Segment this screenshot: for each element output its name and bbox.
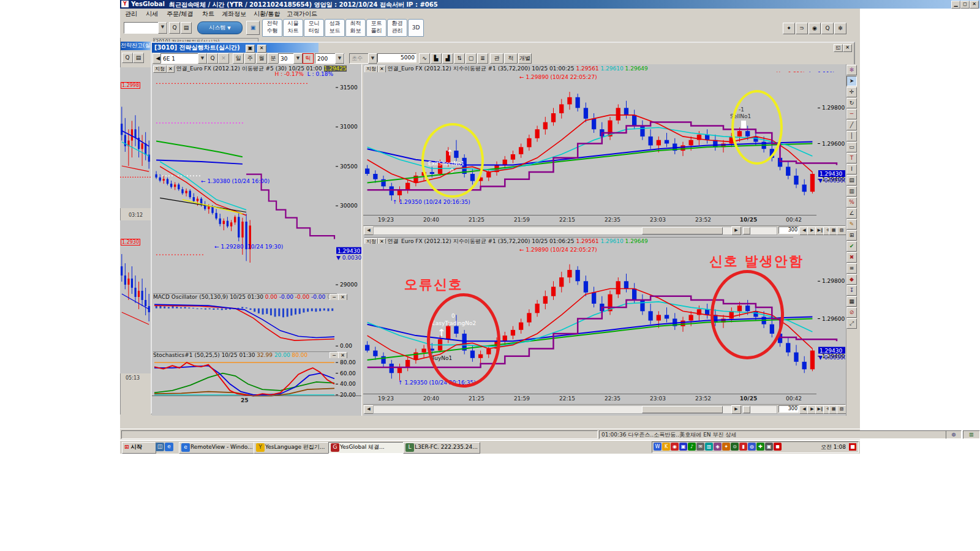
system-combo[interactable]: 시스템 ▼ (197, 21, 243, 34)
day-button[interactable]: 일 (233, 53, 244, 64)
symbol-quick-combo[interactable]: ▼ (124, 22, 168, 34)
tray-icon-1[interactable]: K (662, 443, 670, 451)
tray-alert-icon[interactable]: ■ (849, 443, 856, 451)
interval-combo[interactable]: 30▼ (278, 53, 303, 64)
menu-item-manage[interactable]: 관리 (125, 10, 137, 18)
disable-icon[interactable]: ⊘ (846, 307, 857, 318)
tray-icon-10[interactable]: ▮ (739, 443, 747, 451)
scroll-thumb[interactable] (642, 227, 723, 234)
zoom-slider-thumb[interactable] (743, 406, 750, 413)
channel-tool-icon[interactable]: ▥ (846, 186, 857, 197)
chart-option-button[interactable]: 적 (504, 53, 518, 64)
left-price-chart[interactable]: 31500310003050030000290001.29430▼ 0.0030… (154, 80, 363, 293)
bar-count-field[interactable]: 5000 (377, 53, 417, 62)
menu-item-quotes[interactable]: 시세 (146, 10, 158, 18)
chart-tool-icon[interactable]: ⇅ (454, 53, 465, 64)
scroll-left-icon[interactable]: ◀ (364, 405, 374, 414)
menu-item-market[interactable]: 시황/통합 (254, 10, 280, 18)
symbol-clear-button[interactable]: ✕ (218, 53, 229, 64)
maximize-button[interactable]: ◻ (960, 1, 970, 9)
refresh-icon[interactable]: ↻ (846, 98, 857, 108)
toolbar-tab-simulation[interactable]: 시뮬차트 (283, 19, 304, 37)
month-button[interactable]: 월 (256, 53, 267, 64)
crosshair-tool-icon[interactable]: ✛ (846, 87, 857, 97)
lock-icon[interactable]: ◉ (809, 23, 821, 34)
internet-explorer-icon[interactable]: e (165, 443, 173, 451)
table-icon[interactable]: ▦ (846, 296, 857, 307)
week-button[interactable]: 주 (244, 53, 255, 64)
chart-tool-icon[interactable]: ≣ (477, 53, 488, 64)
menu-item-guide[interactable]: 고객가이드 (287, 10, 317, 18)
search-button[interactable]: Q (169, 22, 180, 34)
menu-item-order[interactable]: 주문/체결 (167, 10, 193, 18)
window-pin-icon[interactable]: ▣ (246, 45, 255, 53)
bar-count-box[interactable]: 300 (778, 227, 799, 234)
scroll-thumb[interactable] (642, 406, 723, 413)
task-yesglobal[interactable]: GYesGlobal 체결... (328, 442, 405, 454)
chevron-down-icon[interactable]: ▼ (293, 53, 303, 64)
confirm-icon[interactable]: ✔ (846, 241, 857, 252)
chart-window-restore-button[interactable]: ◱ (834, 44, 843, 52)
task-l3er[interactable]: LL3ER-FC. 222.235.24... (403, 442, 480, 454)
bar-count-box[interactable]: 300 (778, 405, 799, 413)
grid-tool-icon[interactable]: ▤ (846, 175, 857, 186)
minute-button[interactable]: 분 (268, 53, 279, 64)
close-button[interactable]: ✕ (970, 1, 979, 9)
background-search-button[interactable]: Q (122, 53, 133, 63)
chart-tool-icon[interactable]: ▢ (466, 53, 477, 64)
toolbar-tab-3d[interactable]: 3D (408, 19, 424, 37)
rect-tool-icon[interactable]: ▭ (846, 142, 857, 152)
tray-icon-4[interactable]: ♪ (688, 443, 696, 451)
symbol-search-button[interactable]: Q (207, 53, 218, 64)
toolbar-tab-performance[interactable]: 성과보드 (325, 19, 345, 37)
background-tool-button[interactable]: ▤ (133, 53, 144, 63)
start-button[interactable]: ⊞ 시작 (122, 442, 156, 454)
show-desktop-icon[interactable]: ◫ (156, 443, 164, 451)
chart-window-title[interactable]: [3010] 전략실행차트(실시간) ▣ ✕ (152, 43, 318, 53)
panel-close-icon[interactable]: ✕ (167, 66, 175, 73)
expand-icon[interactable]: ⤢ (846, 318, 857, 329)
vline-tool-icon[interactable]: │ (846, 131, 857, 141)
text-tool-icon[interactable]: T (846, 153, 857, 163)
tray-icon-0[interactable]: W (654, 443, 662, 451)
add-window-icon[interactable]: ⊞ (846, 230, 857, 241)
pointer-tool-icon[interactable]: ➤ (846, 76, 857, 86)
panel-tag[interactable]: 지정 (153, 66, 167, 73)
window-tab-close-icon[interactable]: ✕ (257, 45, 266, 53)
layout-toggle-icon[interactable]: ▨ (837, 405, 846, 414)
stoch-chart[interactable]: 80.0060.0040.0020.00 (154, 358, 363, 399)
percent-tool-icon[interactable]: % (846, 197, 857, 208)
copy-window-button[interactable]: ▣ (246, 21, 260, 35)
chevron-down-icon[interactable]: ▼ (198, 53, 207, 64)
star-icon[interactable]: ✦ (783, 23, 795, 34)
tray-icon-8[interactable]: ✦ (722, 443, 730, 451)
delete-icon[interactable]: ✖ (846, 252, 857, 263)
cursor-tool-icon[interactable]: I (846, 164, 857, 174)
chart-tool-icon[interactable]: ▟ (442, 53, 453, 64)
symbol-combo[interactable]: 6E 1▼ (160, 53, 208, 64)
list-icon[interactable]: ≡ (846, 263, 857, 274)
tray-icon-13[interactable]: ▣ (765, 443, 773, 451)
macd-chart[interactable]: 0.00 (154, 300, 363, 350)
toolbar-tab-strategy[interactable]: 전략수행 (262, 19, 283, 37)
key-icon[interactable]: ⊃ (796, 23, 808, 34)
chevron-down-icon[interactable]: ▼ (158, 22, 167, 34)
list-button[interactable]: ▤ (181, 22, 192, 34)
menu-item-account[interactable]: 계좌정보 (222, 10, 246, 18)
chevron-down-icon[interactable]: ▼ (335, 53, 344, 64)
tray-icon-12[interactable]: ✚ (756, 443, 764, 451)
task-yeslanguage[interactable]: YYesLanguage 편집기... (254, 442, 331, 454)
scroll-right-icon[interactable]: ▶ (731, 227, 741, 235)
layout-toggle-icon[interactable]: ▨ (837, 227, 846, 235)
diamond-tool-icon[interactable]: ◆ (846, 274, 857, 285)
toolbar-tab-portfolio[interactable]: 포트폴리 (366, 19, 387, 37)
chart-option-button[interactable]: 개별 (518, 53, 532, 64)
tray-icon-3[interactable]: ▣ (679, 443, 687, 451)
chart-window-close-button[interactable]: ✕ (843, 44, 852, 52)
chart-option-button[interactable]: 관 (490, 53, 503, 64)
zoom-slider-thumb[interactable] (743, 227, 750, 234)
tray-icon-14[interactable]: ◼ (774, 443, 782, 451)
scroll-left-icon[interactable]: ◀ (364, 227, 374, 235)
settings-icon[interactable]: ✻ (834, 23, 846, 34)
toolbar-tab-optimize[interactable]: 최적화보 (345, 19, 366, 37)
